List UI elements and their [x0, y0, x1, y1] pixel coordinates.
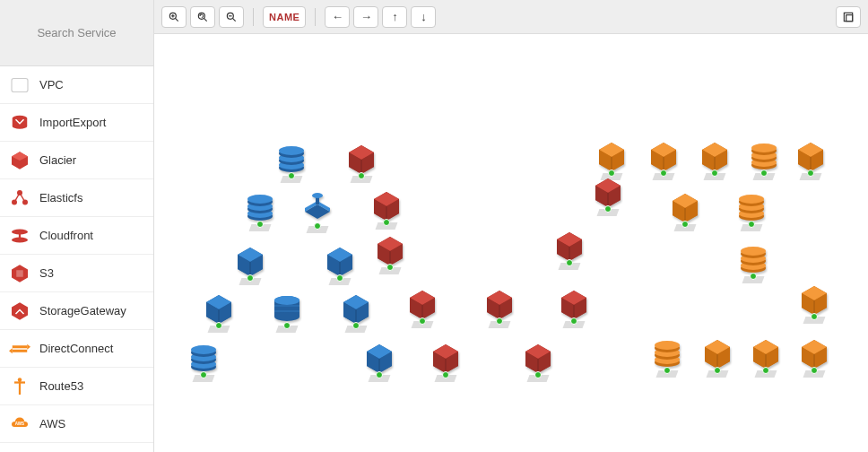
topology-node-orange[interactable] [733, 190, 769, 226]
topology-node-blue[interactable] [299, 192, 335, 228]
main: NAME ← → ↑ ↓ [154, 0, 868, 452]
fullscreen-icon [842, 11, 855, 23]
topology-node-orange[interactable] [646, 139, 681, 175]
pan-left-button[interactable]: ← [325, 6, 350, 28]
topology-node-orange[interactable] [649, 336, 685, 372]
topology-node-blue[interactable] [269, 291, 305, 327]
topology-node-orange[interactable] [667, 190, 703, 226]
status-dot-icon [748, 221, 755, 228]
status-dot-icon [604, 205, 612, 213]
status-dot-icon [714, 367, 721, 374]
sidebar-item-directconnect[interactable]: DirectConnect [0, 330, 153, 368]
sidebar-item-aws[interactable]: AWSAWS [0, 405, 153, 443]
topology-node-red[interactable] [404, 287, 440, 323]
topology-node-orange[interactable] [735, 242, 771, 278]
sidebar-item-label: ImportExport [39, 116, 106, 129]
sidebar-item-storagegateway[interactable]: StorageGateway [0, 292, 153, 330]
sidebar: Search Service VPCImportExportGlacierEla… [0, 0, 154, 452]
pan-down-button[interactable]: ↓ [411, 6, 436, 28]
sidebar-item-elasticfs[interactable]: Elasticfs [0, 179, 153, 217]
zoom-reset-button[interactable] [190, 6, 215, 28]
zoom-in-icon [168, 11, 180, 23]
zoom-out-button[interactable] [219, 6, 244, 28]
svg-point-172 [191, 345, 216, 354]
status-dot-icon [288, 172, 295, 179]
pan-right-button[interactable]: → [353, 6, 378, 28]
topology-node-orange[interactable] [796, 282, 832, 318]
topology-node-orange[interactable] [793, 139, 829, 175]
topology-node-red[interactable] [590, 175, 626, 211]
status-dot-icon [534, 371, 542, 378]
status-dot-icon [681, 221, 689, 228]
topology-node-red[interactable] [343, 142, 379, 178]
sidebar-item-label: AWS [39, 417, 65, 430]
status-dot-icon [660, 170, 667, 177]
topology-node-blue[interactable] [242, 190, 278, 226]
topology-node-blue[interactable] [273, 142, 309, 178]
storagegateway-icon [9, 300, 30, 322]
toolbar-separator [253, 8, 254, 26]
status-dot-icon [664, 367, 671, 374]
fullscreen-button[interactable] [836, 6, 861, 28]
topology-canvas[interactable] [154, 34, 868, 452]
topology-node-orange[interactable] [697, 139, 733, 175]
topology-node-blue[interactable] [361, 341, 397, 377]
toolbar-separator [315, 8, 316, 26]
sidebar-service-list: VPCImportExportGlacierElasticfsCloudfron… [0, 66, 153, 452]
sidebar-item-label: Route53 [39, 379, 83, 393]
status-dot-icon [807, 170, 814, 177]
topology-node-blue[interactable] [322, 244, 358, 280]
topology-node-orange[interactable] [594, 139, 629, 175]
status-dot-icon [376, 371, 383, 378]
topology-node-blue[interactable] [186, 341, 221, 377]
svg-rect-15 [16, 270, 23, 277]
status-dot-icon [760, 170, 768, 177]
toggle-name-button[interactable]: NAME [263, 6, 306, 28]
svg-point-83 [312, 193, 323, 198]
zoom-reset-icon [196, 11, 209, 23]
sidebar-item-cloudfront[interactable]: Cloudfront [0, 217, 153, 255]
topology-node-blue[interactable] [201, 291, 237, 327]
topology-node-red[interactable] [551, 229, 587, 265]
svg-rect-18 [13, 349, 28, 352]
sidebar-search-placeholder[interactable]: Search Service [0, 0, 153, 66]
status-dot-icon [811, 367, 818, 374]
topology-node-orange[interactable] [746, 139, 782, 175]
topology-node-red[interactable] [369, 188, 404, 224]
topology-node-blue[interactable] [338, 291, 374, 327]
topology-node-red[interactable] [482, 287, 517, 323]
zoom-in-button[interactable] [161, 6, 187, 28]
svg-point-79 [247, 195, 273, 204]
topology-node-red[interactable] [520, 341, 556, 377]
sidebar-item-glacier[interactable]: Glacier [0, 142, 153, 179]
svg-line-31 [204, 18, 206, 21]
sidebar-item-s3[interactable]: S3 [0, 255, 153, 292]
topology-node-red[interactable] [428, 341, 464, 377]
status-dot-icon [570, 317, 577, 325]
pan-up-button[interactable]: ↑ [382, 6, 407, 28]
status-dot-icon [811, 313, 818, 320]
sidebar-item-label: Elasticfs [39, 191, 82, 204]
svg-point-42 [279, 146, 304, 155]
sidebar-item-label: StorageGateway [39, 304, 126, 317]
vpc-icon [9, 74, 30, 96]
topology-node-orange[interactable] [748, 336, 784, 372]
sidebar-item-label: DirectConnect [39, 342, 113, 355]
svg-point-138 [274, 312, 299, 321]
topology-node-blue[interactable] [232, 244, 268, 280]
s3-icon [9, 263, 30, 284]
sidebar-item-importexport[interactable]: ImportExport [0, 104, 153, 142]
svg-rect-17 [13, 345, 28, 348]
sidebar-item-vpc[interactable]: VPC [0, 66, 153, 104]
topology-node-orange[interactable] [699, 336, 735, 372]
topology-node-red[interactable] [556, 287, 592, 323]
sidebar-item-route53[interactable]: Route53 [0, 368, 153, 405]
sidebar-item-label: VPC [39, 78, 64, 91]
topology-node-orange[interactable] [796, 336, 832, 372]
status-dot-icon [358, 172, 365, 179]
importexport-icon [9, 112, 30, 134]
status-dot-icon [386, 264, 394, 271]
topology-node-red[interactable] [372, 233, 408, 269]
glacier-icon [9, 150, 30, 171]
svg-marker-20 [9, 348, 13, 353]
